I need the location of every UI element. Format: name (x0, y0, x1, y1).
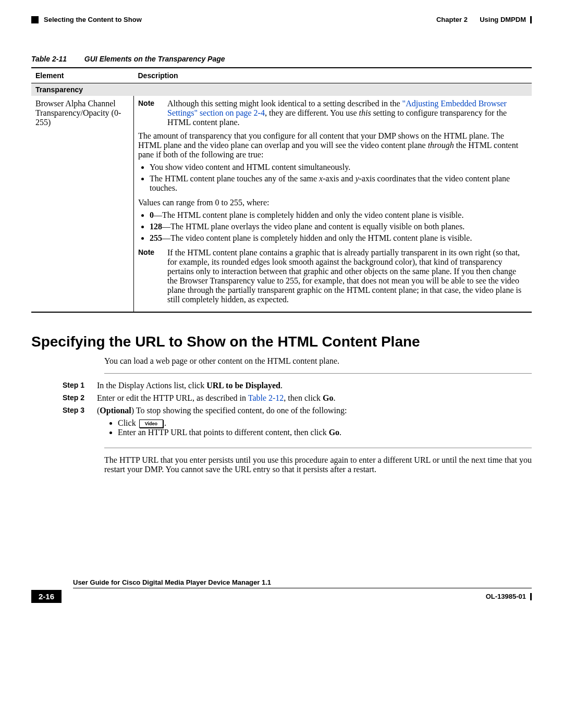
step-3-label: Step 3 (63, 406, 90, 440)
values-intro: Values can range from 0 to 255, where: (138, 198, 528, 207)
page-number: 2-16 (31, 590, 62, 603)
video-button[interactable]: Video (139, 419, 163, 428)
table-number: Table 2-11 (31, 55, 67, 63)
element-description: Note Although this setting might look id… (134, 96, 532, 312)
step-1-content: In the Display Actions list, click URL t… (97, 381, 532, 390)
value-128: 128—The HTML plane overlays the video pl… (150, 222, 528, 231)
note-label: Note (138, 248, 158, 304)
col-header-description: Description (134, 68, 532, 83)
step3-sub-enter-url: Enter an HTTP URL that points to differe… (118, 428, 532, 437)
step-2-label: Step 2 (63, 393, 90, 403)
header-section-title: Selecting the Content to Show (44, 16, 142, 23)
step-3-content: (Optional) To stop showing the specified… (97, 406, 532, 440)
element-name: Browser Alpha Channel Transparency/Opaci… (31, 96, 134, 312)
closing-paragraph: The HTTP URL that you enter persists unt… (104, 455, 532, 474)
running-header: Selecting the Content to Show Chapter 2 … (31, 16, 532, 23)
bullet-axes: The HTML content plane touches any of th… (150, 174, 528, 193)
divider-icon (104, 448, 532, 448)
header-chapter-title: Using DMPDM (480, 16, 526, 23)
step3-sub-click-video: Click Video. (118, 418, 532, 428)
step-1-label: Step 1 (63, 381, 90, 390)
value-0: 0—The HTML content plane is completely h… (150, 211, 528, 220)
header-square-icon (31, 16, 39, 23)
bullet-simultaneous: You show video content and HTML content … (150, 163, 528, 172)
table-caption: Table 2-11 GUI Elements on the Transpare… (31, 55, 532, 63)
col-header-element: Element (31, 68, 134, 83)
section-intro: You can load a web page or other content… (104, 356, 532, 366)
step-2-content: Enter or edit the HTTP URL, as described… (97, 393, 532, 403)
note-label: Note (138, 99, 158, 127)
header-bar-icon (530, 16, 532, 23)
header-chapter-label: Chapter 2 (436, 16, 468, 23)
footer-guide-title: User Guide for Cisco Digital Media Playe… (73, 578, 532, 588)
table-title: GUI Elements on the Transparency Page (84, 55, 225, 63)
para-transparency-amount: The amount of transparency that you conf… (138, 131, 528, 159)
doc-id: OL-13985-01 (486, 593, 526, 600)
value-255: 255—The video content plane is completel… (150, 233, 528, 243)
divider-icon (104, 373, 532, 374)
note1-body: Although this setting might look identic… (167, 99, 528, 127)
table-section-transparency: Transparency (31, 83, 532, 96)
page-footer: User Guide for Cisco Digital Media Playe… (31, 578, 532, 603)
section-heading-url: Specifying the URL to Show on the HTML C… (31, 334, 532, 350)
footer-bar-icon (530, 593, 532, 600)
note2-body: If the HTML content plane contains a gra… (167, 248, 528, 304)
gui-elements-table: Element Description Transparency Browser… (31, 67, 532, 313)
link-table-2-12[interactable]: Table 2-12 (248, 393, 284, 402)
